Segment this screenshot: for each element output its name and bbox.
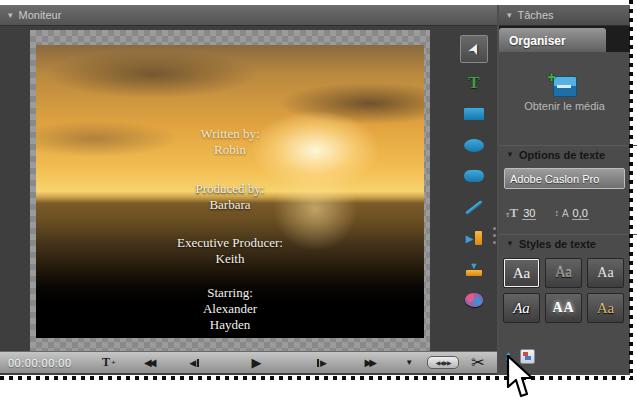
panel-splitter[interactable] [492, 227, 496, 253]
text-insert-icon: T [102, 355, 110, 370]
step-back-button[interactable]: ◀ [172, 358, 218, 368]
credit-name: Barbara [36, 197, 424, 213]
font-family-dropdown[interactable]: Adobe Caslon Pro [504, 168, 625, 189]
text-options-section-header[interactable]: ▼ Options de texte [499, 145, 637, 164]
vertical-center-icon: ▶ [466, 233, 474, 244]
play-icon: ▶ [252, 355, 262, 370]
video-preview[interactable]: Written by: Robin Produced by: Barbara E… [36, 45, 424, 338]
shuttle-button[interactable]: ▼ [391, 358, 427, 367]
style-swatch[interactable]: Aa [503, 258, 540, 288]
timecode-display[interactable]: 00:00:00:00 [0, 357, 92, 369]
rectangle-tool-button[interactable] [461, 103, 487, 125]
ellipse-icon [464, 139, 484, 152]
vertical-center-button[interactable]: ▶ [461, 227, 487, 249]
type-tool-icon: T [468, 73, 479, 93]
selection-tool-button[interactable]: ➤ [460, 35, 488, 63]
monitor-panel-header[interactable]: ▾ Moniteur [0, 5, 497, 26]
style-swatch[interactable]: Aa [587, 293, 624, 323]
get-media-label: Obtenir le média [499, 100, 630, 112]
type-tool-button[interactable]: T [461, 72, 487, 94]
style-swatch[interactable]: Aa [545, 258, 582, 288]
credit-role: Starring: [36, 285, 424, 301]
color-palette-icon [465, 293, 483, 307]
monitor-panel-title: Moniteur [19, 9, 62, 21]
kerning-value[interactable]: 0,0 [572, 207, 589, 220]
style-swatch[interactable]: Aa [503, 293, 540, 323]
title-tool-strip: ➤ T ▶ ▼ [456, 35, 492, 345]
credit-name: Alexander Hayden [36, 301, 424, 333]
text-options-title: Options de texte [519, 149, 605, 161]
tasks-panel: ▾ Tâches Organiser + Obtenir le média ▼ … [499, 5, 630, 375]
jog-control[interactable]: ◀◀ ▶▶ [427, 356, 459, 369]
collapse-triangle-icon[interactable]: ▾ [8, 11, 13, 20]
rewind-button[interactable]: ◀◀ [126, 357, 172, 368]
credit-block: Executive Producer: Keith [36, 235, 424, 267]
collapse-triangle-icon[interactable]: ▾ [507, 11, 512, 20]
jog-icon: ◀◀ ▶▶ [436, 359, 451, 366]
text-styles-section-header[interactable]: ▼ Styles de texte [499, 234, 637, 253]
tasks-panel-body: + Obtenir le média ▼ Options de texte Ad… [499, 52, 630, 375]
line-tool-button[interactable] [461, 196, 487, 218]
credit-role: Executive Producer: [36, 235, 424, 251]
fast-forward-button[interactable]: ▶▶ [347, 357, 391, 368]
text-size-row: тT 30 ↕A 0,0 [499, 202, 637, 224]
tasks-panel-header[interactable]: ▾ Tâches [499, 5, 630, 26]
rewind-icon: ◀◀ [144, 357, 153, 368]
credit-name: Keith [36, 251, 424, 267]
play-button[interactable]: ▶ [218, 355, 296, 370]
credit-role: Produced by: [36, 181, 424, 197]
font-size-value[interactable]: 30 [522, 207, 536, 220]
step-back-icon: ◀ [189, 358, 196, 368]
rectangle-icon [464, 108, 484, 120]
credit-block: Starring: Alexander Hayden [36, 285, 424, 333]
font-size-icon: тT [506, 205, 518, 221]
step-forward-button[interactable]: ▶ [295, 358, 347, 368]
scissors-icon: ✂ [471, 353, 484, 372]
monitor-panel: ▾ Moniteur Written by: Robin Produced by… [0, 5, 497, 375]
get-media-icon: + [553, 76, 577, 97]
style-swatch[interactable]: AA [545, 293, 582, 323]
rounded-rect-tool-button[interactable] [461, 165, 487, 187]
horizontal-center-icon: ▼ [470, 263, 479, 269]
dashed-border-bottom [0, 376, 633, 380]
tab-organiser[interactable]: Organiser [499, 28, 606, 53]
tasks-tab-bar: Organiser [499, 26, 630, 53]
text-style-swatches: Aa Aa Aa Aa AA Aa [503, 258, 626, 323]
section-triangle-icon: ▼ [506, 240, 514, 248]
dashed-border-right [629, 0, 633, 380]
section-triangle-icon: ▼ [506, 151, 514, 159]
credit-block: Written by: Robin [36, 126, 424, 158]
credit-block: Produced by: Barbara [36, 181, 424, 213]
credit-name: Robin [36, 142, 424, 158]
split-clip-button[interactable]: ✂ [459, 353, 497, 372]
get-media-button[interactable]: + Obtenir le média [499, 76, 630, 112]
tasks-panel-title: Tâches [518, 9, 554, 21]
horizontal-center-button[interactable]: ▼ [461, 258, 487, 280]
text-tool-button[interactable]: T+ [92, 355, 126, 370]
transport-toolbar: 00:00:00:00 T+ ◀◀ ◀ ▶ ▶ ▶▶ ▼ ◀◀ [0, 351, 497, 373]
ellipse-tool-button[interactable] [461, 134, 487, 156]
kerning-group: ↕A 0,0 [554, 207, 588, 220]
fast-forward-icon: ▶▶ [365, 357, 374, 368]
mouse-cursor [505, 355, 535, 399]
step-forward-icon: ▶ [320, 358, 327, 368]
plus-icon: + [548, 69, 556, 85]
selection-arrow-icon: ➤ [463, 39, 485, 58]
kerning-icon: ↕ [554, 208, 559, 218]
line-icon [465, 200, 483, 215]
app-background: ▾ Moniteur Written by: Robin Produced by… [0, 5, 630, 375]
style-swatch[interactable]: Aa [587, 258, 624, 288]
rounded-rect-icon [464, 170, 484, 182]
color-properties-button[interactable] [461, 289, 487, 311]
credit-role: Written by: [36, 126, 424, 142]
shuttle-icon: ▼ [405, 358, 413, 367]
text-styles-title: Styles de texte [519, 238, 596, 250]
